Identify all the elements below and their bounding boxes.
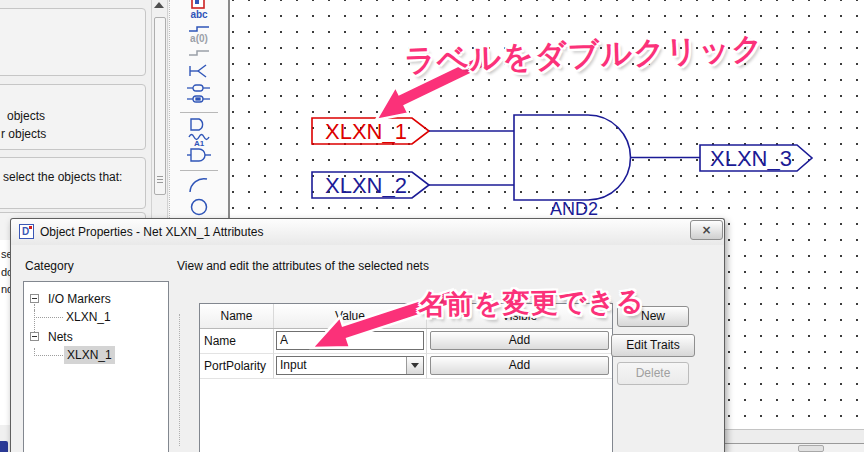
edit-traits-button[interactable]: Edit Traits xyxy=(611,334,695,357)
dialog-title: Object Properties - Net XLXN_1 Attribute… xyxy=(40,219,263,245)
symbol-a1-icon[interactable]: A1 xyxy=(180,140,218,166)
object-properties-dialog: D Object Properties - Net XLXN_1 Attribu… xyxy=(10,218,725,452)
add-button[interactable]: Add xyxy=(430,331,609,350)
group-box-objects: objects r objects xyxy=(0,84,146,150)
name-value-input[interactable]: A xyxy=(276,331,424,350)
attr-portpolarity-label: PortPolarity xyxy=(200,354,274,379)
portpolarity-select[interactable]: Input xyxy=(276,356,424,375)
header-value: Value xyxy=(274,304,427,328)
pane-splitter[interactable] xyxy=(179,314,181,446)
group-box-select: select the objects that: xyxy=(0,157,146,209)
and2-gate[interactable] xyxy=(514,115,631,200)
dropdown-button[interactable] xyxy=(406,357,423,374)
hidden-list-sliver: se do nd xyxy=(0,240,10,425)
annotation-bottom: 名前を変更できる xyxy=(418,283,645,323)
net-name-icon[interactable]: abc xyxy=(180,12,218,34)
collapse-icon[interactable] xyxy=(30,294,39,303)
horizontal-scrollbar-thumb[interactable] xyxy=(798,445,824,452)
header-name: Name xyxy=(200,304,274,328)
select-objects-label: select the objects that: xyxy=(3,170,122,184)
io-marker-icon[interactable] xyxy=(180,60,218,82)
category-label: Category xyxy=(25,259,74,273)
net-label-xlxn2-text[interactable]: XLXN_2 xyxy=(325,173,407,198)
attr-name-label: Name xyxy=(200,329,274,354)
group-box-top xyxy=(0,8,146,76)
close-icon[interactable]: × xyxy=(690,220,723,240)
delete-button[interactable]: Delete xyxy=(617,362,689,385)
schematic-doc-icon: D xyxy=(19,224,34,239)
bus-tap-icon[interactable]: a(0) xyxy=(180,36,218,58)
dialog-title-bar[interactable]: D Object Properties - Net XLXN_1 Attribu… xyxy=(11,219,724,245)
arc-icon[interactable] xyxy=(180,174,218,196)
net-label-xlxn1-text[interactable]: XLXN_1 xyxy=(325,119,407,144)
net-label-xlxn3-text[interactable]: XLXN_3 xyxy=(710,146,792,171)
replace-objects-option-label: r objects xyxy=(1,127,46,141)
attributes-table: Name Value Visible Name A Add PortPolari… xyxy=(199,303,613,452)
table-row: PortPolarity Input Add xyxy=(200,354,612,379)
chevron-down-icon xyxy=(411,363,419,368)
add-button[interactable]: Add xyxy=(430,356,609,375)
collapse-icon[interactable] xyxy=(30,332,39,341)
gate-name-text: AND2 xyxy=(550,199,598,219)
category-tree[interactable]: I/O Markers XLXN_1 Nets XLXN_1 xyxy=(23,281,169,452)
table-row: Name A Add xyxy=(200,329,612,354)
scroll-up-icon[interactable] xyxy=(154,2,166,14)
hidden-icon-fragment xyxy=(0,441,8,452)
scrollbar-thumb[interactable] xyxy=(154,17,166,195)
connector-icon[interactable] xyxy=(180,82,218,108)
circle-icon[interactable] xyxy=(180,196,218,218)
objects-option-label: objects xyxy=(7,109,45,123)
dialog-description: View and edit the attributes of the sele… xyxy=(177,259,429,273)
